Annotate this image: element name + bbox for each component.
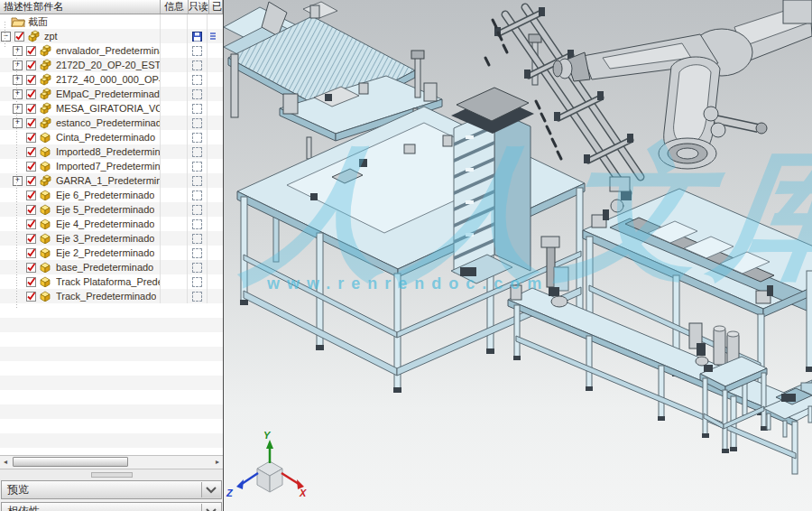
info-cell (161, 101, 188, 116)
readonly-checkbox[interactable] (192, 234, 202, 244)
splitter-grip-icon[interactable] (91, 472, 133, 478)
3d-viewport[interactable]: Y X Z 人人文库 www.renrendoc.com (224, 0, 812, 511)
expand-plus-icon[interactable]: + (13, 75, 23, 85)
cad-scene: Y X Z (224, 0, 812, 511)
chevron-down-icon[interactable] (201, 482, 220, 497)
component-checkbox[interactable] (26, 205, 36, 215)
tree-row[interactable]: +EMpaC_Predeterminado (0, 87, 223, 101)
part-icon (39, 161, 53, 172)
assembly-tree[interactable]: 截面−zpt+envalador_Predetermina+2172D_20_O… (0, 14, 223, 455)
readonly-checkbox[interactable] (192, 75, 202, 85)
dependencies-section-header[interactable]: 相依性 (1, 502, 222, 511)
component-checkbox[interactable] (26, 234, 36, 244)
component-label: Eje 6_Predeterminado (56, 190, 154, 200)
modified-cell (208, 289, 223, 303)
component-checkbox[interactable] (26, 133, 36, 143)
component-checkbox[interactable] (26, 75, 36, 85)
assembly-table[interactable] (237, 107, 585, 393)
expand-plus-icon[interactable]: + (13, 89, 23, 99)
part-icon (39, 190, 53, 200)
expand-plus-icon[interactable]: + (13, 176, 23, 186)
tree-row[interactable]: base_Predeterminado (0, 260, 223, 274)
tree-row[interactable]: Track_Predeterminado (0, 289, 223, 303)
column-header-readonly[interactable]: 只读 (189, 0, 209, 14)
expand-plus-icon[interactable]: + (13, 104, 23, 114)
tree-row-sections[interactable]: 截面 (0, 14, 223, 29)
tree-row[interactable]: +envalador_Predetermina (0, 43, 223, 58)
tree-row[interactable]: Eje 2_Predeterminado (0, 246, 223, 260)
readonly-checkbox[interactable] (192, 176, 202, 186)
readonly-checkbox[interactable] (192, 46, 202, 56)
readonly-checkbox[interactable] (192, 190, 202, 200)
part-icon (39, 291, 53, 302)
component-checkbox[interactable] (14, 32, 24, 42)
component-checkbox[interactable] (26, 248, 36, 258)
scroll-left-arrow-icon[interactable]: ◂ (0, 457, 11, 468)
tree-row[interactable]: Track Plataforma_Predet... (0, 274, 223, 289)
tree-row[interactable]: Eje 5_Predeterminado (0, 202, 223, 217)
column-header-name[interactable]: 描述性部件名 (0, 0, 161, 14)
tree-row[interactable]: Imported8_Predetermina... (0, 144, 223, 159)
tree-row[interactable]: +2172_40_000_000_OP-... (0, 72, 223, 87)
tree-row[interactable]: Eje 6_Predeterminado (0, 188, 223, 202)
readonly-checkbox[interactable] (192, 104, 202, 114)
readonly-checkbox[interactable] (192, 277, 202, 287)
tree-row[interactable]: +estanco_Predeterminado (0, 116, 223, 130)
assembly-icon (39, 102, 53, 115)
component-checkbox[interactable] (26, 176, 36, 186)
column-header-info[interactable]: 信息 (161, 0, 189, 14)
readonly-checkbox[interactable] (192, 118, 202, 128)
component-checkbox[interactable] (26, 263, 36, 273)
component-checkbox[interactable] (26, 190, 36, 200)
info-cell (161, 144, 188, 159)
tree-row[interactable]: +GARRA_1_Predetermina (0, 173, 223, 188)
readonly-cell (188, 159, 208, 173)
tree-row[interactable]: Eje 4_Predeterminado (0, 217, 223, 231)
tree-row[interactable]: +MESA_GIRATORIA_VOLT (0, 101, 223, 116)
chevron-down-icon[interactable] (201, 504, 220, 511)
collapse-minus-icon[interactable]: − (1, 32, 11, 42)
info-cell (161, 14, 188, 29)
readonly-checkbox[interactable] (192, 60, 202, 70)
component-checkbox[interactable] (26, 46, 36, 56)
component-checkbox[interactable] (26, 118, 36, 128)
parts-rack-tower[interactable] (451, 88, 534, 283)
horizontal-scrollbar[interactable]: ◂ ▸ (0, 455, 223, 469)
scrollbar-track[interactable] (11, 457, 212, 468)
component-checkbox[interactable] (26, 60, 36, 70)
readonly-cell (188, 260, 208, 274)
scroll-right-arrow-icon[interactable]: ▸ (212, 457, 223, 468)
expand-plus-icon[interactable]: + (13, 60, 23, 70)
component-checkbox[interactable] (26, 104, 36, 114)
tree-row[interactable]: Eje 3_Predeterminado (0, 231, 223, 246)
modified-cell (208, 144, 223, 159)
readonly-checkbox[interactable] (192, 248, 202, 258)
scrollbar-thumb[interactable] (13, 457, 128, 467)
expand-plus-icon[interactable]: + (13, 118, 23, 128)
readonly-checkbox[interactable] (192, 89, 202, 99)
folder-open-icon (11, 16, 25, 27)
component-checkbox[interactable] (26, 277, 36, 287)
tree-row[interactable]: +2172D_20_OP-20_ESTA... (0, 58, 223, 72)
info-cell (161, 29, 188, 43)
tree-row[interactable]: Cinta_Predeterminado (0, 130, 223, 144)
component-label: Imported8_Predetermina... (56, 146, 160, 157)
readonly-checkbox[interactable] (192, 205, 202, 215)
component-checkbox[interactable] (26, 147, 36, 157)
panel-splitter[interactable] (0, 469, 223, 480)
component-checkbox[interactable] (26, 292, 36, 302)
readonly-checkbox[interactable] (192, 219, 202, 229)
tree-row[interactable]: Imported7_Predetermina... (0, 159, 223, 173)
tree-row-root[interactable]: −zpt (0, 29, 223, 43)
readonly-checkbox[interactable] (192, 292, 202, 302)
readonly-checkbox[interactable] (192, 162, 202, 172)
component-checkbox[interactable] (26, 162, 36, 172)
readonly-checkbox[interactable] (192, 263, 202, 273)
component-checkbox[interactable] (26, 89, 36, 99)
readonly-checkbox[interactable] (192, 147, 202, 157)
expand-plus-icon[interactable]: + (13, 46, 23, 56)
readonly-checkbox[interactable] (192, 133, 202, 143)
preview-section-header[interactable]: 预览 (1, 480, 222, 499)
component-checkbox[interactable] (26, 219, 36, 229)
column-header-modified[interactable]: 已修改 (209, 0, 223, 14)
